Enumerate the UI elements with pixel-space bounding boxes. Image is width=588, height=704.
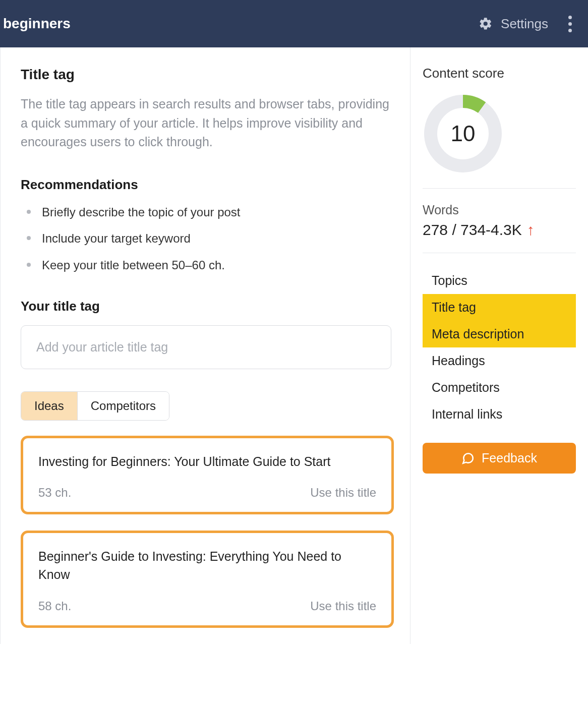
recommendation-item: Keep your title between 50–60 ch.: [21, 257, 390, 274]
more-menu-icon[interactable]: [566, 14, 574, 34]
recommendation-text: Briefly describe the topic of your post: [42, 204, 241, 221]
arrow-up-icon: ↑: [527, 221, 535, 239]
idea-char-count: 53 ch.: [38, 486, 71, 500]
nav-item-title-tag[interactable]: Title tag: [423, 294, 576, 321]
idea-title: Investing for Beginners: Your Ultimate G…: [38, 452, 376, 471]
nav-item-headings[interactable]: Headings: [423, 347, 576, 374]
feedback-label: Feedback: [482, 451, 537, 465]
idea-title: Beginner's Guide to Investing: Everythin…: [38, 547, 376, 584]
layout: Title tag The title tag appears in searc…: [0, 47, 588, 644]
divider: [423, 253, 576, 253]
recommendations-heading: Recommendations: [21, 177, 390, 193]
words-value: 278 / 734-4.3K: [423, 221, 522, 239]
recommendation-item: Include your target keyword: [21, 230, 390, 248]
bullet-icon: [27, 210, 31, 214]
content-score-value: 10: [423, 93, 503, 174]
ideas-competitors-tabs: Ideas Competitors: [21, 391, 169, 421]
title-tag-input[interactable]: [21, 325, 391, 369]
nav-item-topics[interactable]: Topics: [423, 267, 576, 294]
nav-item-meta-description[interactable]: Meta description: [423, 321, 576, 347]
sidebar: Content score 10 Words 278 / 734-4.3K ↑ …: [410, 47, 588, 644]
divider: [423, 188, 576, 189]
sidebar-nav: Topics Title tag Meta description Headin…: [423, 267, 576, 428]
topbar: beginners Settings: [0, 0, 588, 47]
feedback-button[interactable]: Feedback: [423, 443, 576, 474]
recommendation-text: Include your target keyword: [42, 230, 191, 248]
idea-footer: 53 ch. Use this title: [38, 486, 376, 500]
idea-card: Beginner's Guide to Investing: Everythin…: [21, 531, 394, 628]
recommendation-text: Keep your title between 50–60 ch.: [42, 257, 225, 274]
gear-icon: [479, 17, 493, 31]
settings-label: Settings: [501, 16, 548, 32]
idea-char-count: 58 ch.: [38, 599, 71, 613]
topbar-right: Settings: [479, 14, 574, 34]
bullet-icon: [27, 236, 31, 240]
score-ring-wrap: 10: [423, 93, 576, 174]
chat-icon: [461, 452, 475, 465]
bullet-icon: [27, 263, 31, 267]
content-score-label: Content score: [423, 66, 576, 81]
your-title-heading: Your title tag: [21, 299, 390, 314]
words-value-row: 278 / 734-4.3K ↑: [423, 221, 576, 239]
content-score-ring: 10: [423, 93, 503, 174]
nav-item-internal-links[interactable]: Internal links: [423, 401, 576, 428]
recommendation-item: Briefly describe the topic of your post: [21, 204, 390, 221]
main-column: Title tag The title tag appears in searc…: [0, 47, 410, 644]
topbar-title: beginners: [0, 16, 71, 32]
tab-competitors[interactable]: Competitors: [78, 392, 169, 420]
use-this-title-button[interactable]: Use this title: [310, 486, 376, 500]
title-tag-description: The title tag appears in search results …: [21, 95, 390, 152]
words-label: Words: [423, 203, 576, 217]
title-tag-heading: Title tag: [21, 67, 390, 83]
recommendations-list: Briefly describe the topic of your post …: [21, 204, 390, 274]
tab-ideas[interactable]: Ideas: [21, 392, 78, 420]
settings-button[interactable]: Settings: [479, 16, 548, 32]
idea-card: Investing for Beginners: Your Ultimate G…: [21, 436, 394, 514]
use-this-title-button[interactable]: Use this title: [310, 599, 376, 613]
nav-item-competitors[interactable]: Competitors: [423, 374, 576, 401]
idea-footer: 58 ch. Use this title: [38, 599, 376, 613]
